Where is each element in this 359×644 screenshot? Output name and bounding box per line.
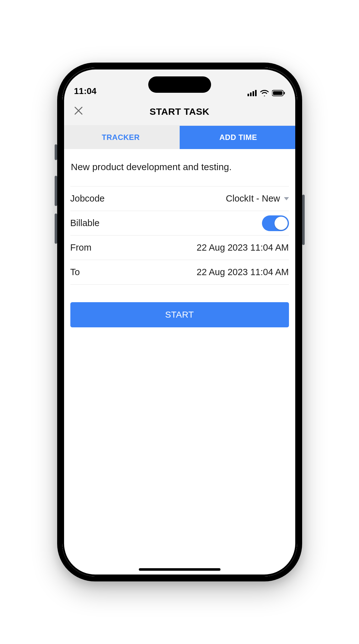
tab-add-time-label: ADD TIME <box>220 133 257 142</box>
tab-tracker-label: TRACKER <box>102 133 140 142</box>
tab-bar: TRACKER ADD TIME <box>62 126 297 149</box>
tab-tracker[interactable]: TRACKER <box>62 126 180 149</box>
side-button-volume-up <box>55 176 57 206</box>
jobcode-value-text: ClockIt - New <box>226 193 280 204</box>
page-title: START TASK <box>150 106 209 117</box>
close-button[interactable] <box>71 102 86 121</box>
from-label: From <box>70 242 92 253</box>
toggle-knob <box>275 217 288 230</box>
svg-rect-0 <box>247 94 249 96</box>
row-jobcode[interactable]: Jobcode ClockIt - New <box>70 186 289 211</box>
nav-bar: START TASK <box>62 97 297 126</box>
side-button-volume-down <box>55 214 57 244</box>
to-value: 22 Aug 2023 11:04 AM <box>197 267 289 277</box>
phone-frame: 11:04 <box>57 63 302 581</box>
jobcode-label: Jobcode <box>70 193 105 204</box>
svg-rect-3 <box>255 90 257 96</box>
start-button-label: START <box>165 310 194 320</box>
side-button-silence <box>55 144 57 160</box>
svg-rect-6 <box>284 92 285 94</box>
close-icon <box>74 106 83 115</box>
start-button[interactable]: START <box>70 302 289 327</box>
status-icons <box>247 90 285 96</box>
battery-icon <box>272 90 285 96</box>
tab-add-time[interactable]: ADD TIME <box>180 126 297 149</box>
row-from[interactable]: From 22 Aug 2023 11:04 AM <box>70 236 289 260</box>
row-billable: Billable <box>70 211 289 236</box>
cellular-icon <box>247 90 257 96</box>
svg-rect-1 <box>250 92 252 96</box>
wifi-icon <box>260 90 269 96</box>
dynamic-island <box>148 76 211 93</box>
svg-rect-5 <box>273 91 282 95</box>
status-time: 11:04 <box>74 86 97 96</box>
svg-rect-2 <box>253 91 254 96</box>
row-to[interactable]: To 22 Aug 2023 11:04 AM <box>70 260 289 285</box>
billable-toggle[interactable] <box>262 215 289 231</box>
task-title[interactable]: New product development and testing. <box>70 162 289 186</box>
jobcode-value: ClockIt - New <box>226 193 289 204</box>
chevron-down-icon <box>284 197 289 200</box>
side-button-power <box>302 195 305 245</box>
content-area: New product development and testing. Job… <box>62 149 297 327</box>
screen: 11:04 <box>62 68 297 576</box>
billable-label: Billable <box>70 218 100 228</box>
from-value: 22 Aug 2023 11:04 AM <box>197 242 289 253</box>
to-label: To <box>70 267 80 277</box>
home-indicator[interactable] <box>139 568 220 571</box>
